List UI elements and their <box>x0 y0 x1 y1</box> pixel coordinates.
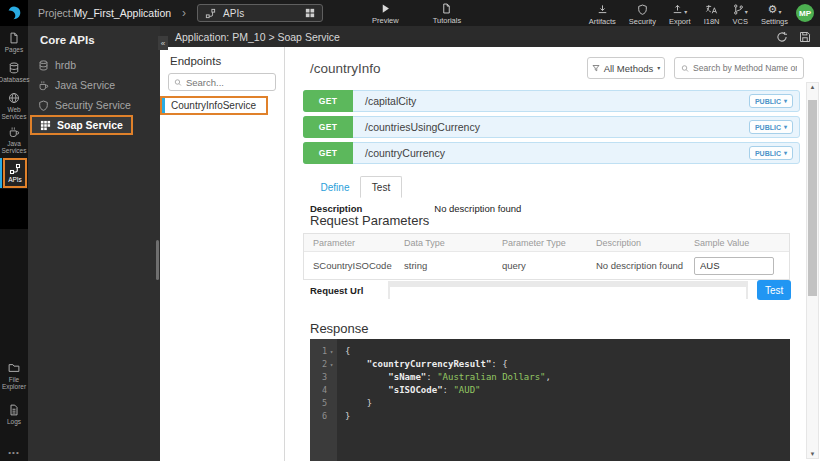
export-button[interactable]: ▾ Export <box>669 3 691 26</box>
main-scrollbar[interactable]: ▲ ▼ <box>806 82 819 459</box>
service-item-security-service[interactable]: Security Service <box>28 95 160 115</box>
fold-icon[interactable]: ▾ <box>328 345 335 358</box>
search-icon <box>174 78 182 87</box>
sidebar-item-label: Java Services <box>0 140 28 154</box>
method-search-box <box>674 57 804 79</box>
table-row: SCountryISOCode string query No descript… <box>304 252 789 279</box>
download-icon <box>597 4 608 15</box>
fold-icon[interactable]: ▾ <box>328 358 335 371</box>
security-button[interactable]: Security <box>629 3 656 26</box>
sample-value-input[interactable] <box>694 257 774 275</box>
tab-test[interactable]: Test <box>360 176 402 198</box>
branch-icon <box>733 4 744 15</box>
topbar-right-actions: Artifacts Security ▾ Export I18N ▾ VCS <box>589 3 788 26</box>
project-name[interactable]: My_First_Application <box>74 7 171 19</box>
scroll-down-arrow-icon[interactable]: ▼ <box>807 451 818 457</box>
methods-filter-dropdown[interactable]: All Methods ▾ <box>587 57 665 79</box>
content-header-bar: Application: PM_10 > Soap Service <box>160 26 820 47</box>
service-item-java-service[interactable]: Java Service <box>28 75 160 95</box>
access-level-dropdown[interactable]: PUBLIC ▾ <box>749 120 793 134</box>
chevron-down-icon: ▾ <box>784 98 787 104</box>
parameter-name: SCountryISOCode <box>304 260 404 271</box>
method-search-input[interactable] <box>693 63 797 73</box>
collapse-panel-button[interactable]: « <box>158 36 168 50</box>
wavemaker-logo-icon <box>6 5 22 21</box>
sidebar-item-pages[interactable]: Pages <box>0 32 28 53</box>
tutorials-button[interactable]: Tutorials <box>433 3 461 25</box>
chevron-down-icon: ▾ <box>784 124 787 130</box>
endpoint-path: /countriesUsingCurrency <box>365 121 749 133</box>
chevron-down-icon: ▾ <box>684 9 687 15</box>
endpoint-row-capitalcity[interactable]: GET /capitalCity PUBLIC ▾ <box>303 90 800 112</box>
access-level-dropdown[interactable]: PUBLIC ▾ <box>749 94 793 108</box>
topbar-center-actions: Preview Tutorials <box>372 3 461 25</box>
app-logo[interactable] <box>0 0 28 26</box>
access-level-label: PUBLIC <box>755 124 781 131</box>
endpoint-path: /countryCurrency <box>365 147 749 159</box>
sidebar-item-databases[interactable]: Databases <box>0 62 28 83</box>
tutorials-label: Tutorials <box>433 16 461 25</box>
chevron-down-icon: ▾ <box>745 9 748 15</box>
request-url-input[interactable] <box>390 287 746 301</box>
shield-icon <box>637 4 648 15</box>
apis-workspace-tab[interactable]: APIs <box>197 4 323 22</box>
scrollbar-thumb[interactable] <box>808 100 817 296</box>
gear-icon: ⚙ <box>768 4 778 15</box>
sidebar-item-apis[interactable]: APIs <box>3 158 27 188</box>
search-icon <box>681 64 689 73</box>
service-item-label: hrdb <box>55 59 76 71</box>
response-code-editor[interactable]: 1▾ { 2▾ "countryCurrencyResult": { 3 "sN… <box>310 339 790 461</box>
vcs-button[interactable]: ▾ VCS <box>732 3 747 26</box>
line-number: 5 <box>322 397 327 410</box>
sidebar-item-label: File Explorer <box>0 376 28 390</box>
column-header: Data Type <box>404 238 502 248</box>
sidebar-item-java-services[interactable]: Java Services <box>0 126 28 154</box>
http-method-badge: GET <box>303 116 353 138</box>
column-header: Parameter <box>304 238 404 248</box>
sidebar-item-web-services[interactable]: Web Services <box>0 92 28 120</box>
user-avatar[interactable]: MP <box>796 4 814 22</box>
column-header: Parameter Type <box>502 238 596 248</box>
service-item-label: Security Service <box>55 99 131 111</box>
api-icon <box>9 163 21 175</box>
code-token: } <box>345 398 372 408</box>
description-value: No description found <box>434 203 521 214</box>
sidebar-item-label: Pages <box>5 46 23 53</box>
code-line: 6 } <box>310 410 790 423</box>
artifacts-button[interactable]: Artifacts <box>589 3 616 26</box>
preview-button[interactable]: Preview <box>372 3 399 25</box>
methods-filter-label: All Methods <box>604 63 654 74</box>
sidebar-item-file-explorer[interactable]: File Explorer <box>0 362 28 390</box>
endpoint-row-countriesusingcurrency[interactable]: GET /countriesUsingCurrency PUBLIC ▾ <box>303 116 800 138</box>
endpoints-search-input[interactable] <box>186 77 270 88</box>
code-token: "sISOCode" <box>388 385 442 395</box>
panel-scrollbar-thumb[interactable] <box>156 240 159 280</box>
grid-icon[interactable] <box>305 8 315 18</box>
endpoint-item-countryinfoservice[interactable]: CountryInfoService <box>160 96 268 115</box>
code-line: 5 } <box>310 397 790 410</box>
refresh-icon[interactable] <box>776 31 788 43</box>
sidebar-item-label: Logs <box>7 418 21 425</box>
settings-label: Settings <box>761 17 788 26</box>
sidebar-item-logs[interactable]: Logs <box>0 404 28 425</box>
line-number: 4 <box>322 384 327 397</box>
endpoints-panel: Endpoints CountryInfoService <box>160 47 285 461</box>
more-options-icon[interactable]: ••• <box>0 448 28 457</box>
test-button[interactable]: Test <box>757 280 791 300</box>
detail-tabs: Define Test <box>310 176 402 198</box>
chevron-down-icon: ▾ <box>784 150 787 156</box>
access-level-dropdown[interactable]: PUBLIC ▾ <box>749 146 793 160</box>
save-icon[interactable] <box>799 31 811 43</box>
service-item-hrdb[interactable]: hrdb <box>28 55 160 75</box>
scroll-up-arrow-icon[interactable]: ▲ <box>807 84 818 90</box>
i18n-button[interactable]: I18N <box>704 3 720 26</box>
settings-button[interactable]: ⚙ ▾ Settings <box>761 3 788 26</box>
api-icon <box>205 8 216 19</box>
globe-icon <box>8 92 20 104</box>
service-item-soap-service[interactable]: Soap Service <box>30 115 133 135</box>
document-icon <box>441 3 452 14</box>
endpoint-row-countrycurrency[interactable]: GET /countryCurrency PUBLIC ▾ <box>303 142 800 164</box>
code-token: , <box>546 372 551 382</box>
tab-define[interactable]: Define <box>310 176 360 198</box>
log-file-icon <box>8 404 20 416</box>
